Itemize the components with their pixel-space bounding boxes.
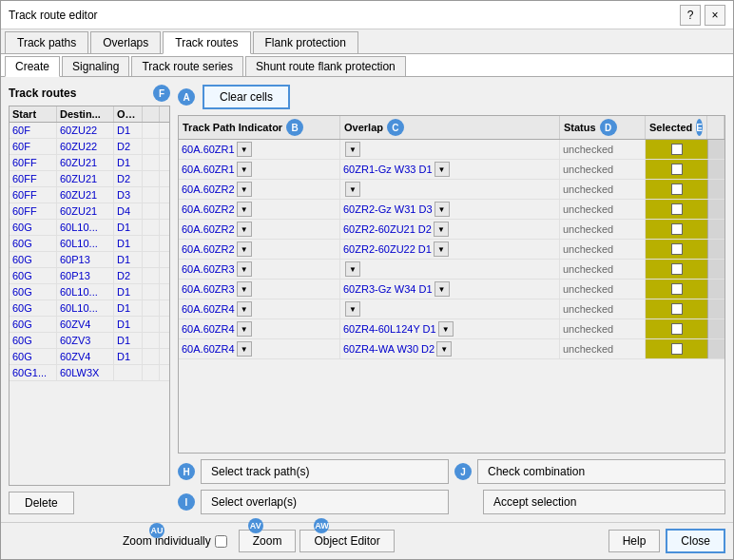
overlap-dropdown-arrow[interactable]: ▼ <box>434 241 449 257</box>
tab-track-route-series[interactable]: Track route series <box>131 56 243 76</box>
table-row[interactable]: 60A.60ZR2 ▼ 60ZR2-60ZU22 D1 ▼ unchecked <box>179 240 724 260</box>
tab-create[interactable]: Create <box>5 56 60 77</box>
table-row[interactable]: 60G 60L10... D1 <box>10 284 169 300</box>
table-row[interactable]: 60FF 60ZU21 D1 <box>10 155 169 171</box>
cell-selected[interactable] <box>646 339 707 358</box>
overlap-dropdown-arrow[interactable]: ▼ <box>345 261 360 277</box>
indicator-dropdown-arrow[interactable]: ▼ <box>237 341 252 357</box>
overlap-dropdown-arrow[interactable]: ▼ <box>438 321 454 337</box>
selected-checkbox[interactable] <box>671 263 683 275</box>
indicator-dropdown-arrow[interactable]: ▼ <box>237 261 252 277</box>
indicator-dropdown-arrow[interactable]: ▼ <box>237 182 252 197</box>
cell-extra <box>143 171 160 186</box>
table-row[interactable]: 60A.60ZR2 ▼ 60ZR2-60ZU21 D2 ▼ unchecked <box>179 220 724 240</box>
selected-checkbox[interactable] <box>671 164 683 175</box>
cell-selected[interactable] <box>646 299 707 319</box>
select-overlap-button[interactable]: Select overlap(s) <box>201 490 449 514</box>
cell-selected[interactable] <box>646 260 707 279</box>
selected-checkbox[interactable] <box>671 243 683 255</box>
tab-signaling[interactable]: Signaling <box>62 56 129 76</box>
cell-selected[interactable] <box>646 240 707 259</box>
table-row[interactable]: 60G 60ZV4 D1 <box>10 349 169 365</box>
table-row[interactable]: 60A.60ZR4 ▼ 60ZR4-WA W30 D2 ▼ unchecked <box>179 339 724 359</box>
cell-selected[interactable] <box>646 319 707 338</box>
cell-extra <box>143 268 160 283</box>
table-row[interactable]: 60G1... 60LW3X <box>10 365 169 381</box>
close-button[interactable]: Close <box>666 529 725 553</box>
delete-button[interactable]: Delete <box>9 492 74 514</box>
cell-selected[interactable] <box>646 180 707 199</box>
selected-checkbox[interactable] <box>671 283 683 295</box>
selected-checkbox[interactable] <box>671 323 683 335</box>
table-row[interactable]: 60G 60ZV3 D1 <box>10 333 169 349</box>
selected-checkbox[interactable] <box>671 303 683 315</box>
cell-selected[interactable] <box>646 140 707 159</box>
clear-cells-button[interactable]: Clear cells <box>203 85 290 109</box>
table-row[interactable]: 60G 60L10... D1 <box>10 236 169 252</box>
table-row[interactable]: 60F 60ZU22 D1 <box>10 123 169 139</box>
select-track-path-button[interactable]: Select track path(s) <box>201 459 449 484</box>
selected-checkbox[interactable] <box>671 223 683 235</box>
table-row[interactable]: 60A.60ZR4 ▼ 60ZR4-60L124Y D1 ▼ unchecked <box>179 319 724 339</box>
zoom-button[interactable]: Zoom <box>239 530 297 552</box>
cell-selected[interactable] <box>646 280 707 299</box>
table-row[interactable]: 60G 60P13 D2 <box>10 268 169 284</box>
cell-selected[interactable] <box>646 220 707 239</box>
indicator-dropdown-arrow[interactable]: ▼ <box>237 241 252 257</box>
cell-selected[interactable] <box>646 160 707 179</box>
overlap-dropdown-arrow[interactable]: ▼ <box>434 222 449 237</box>
indicator-dropdown-arrow[interactable]: ▼ <box>237 281 252 297</box>
table-row[interactable]: 60FF 60ZU21 D3 <box>10 187 169 203</box>
indicator-dropdown-arrow[interactable]: ▼ <box>237 321 252 337</box>
table-row[interactable]: 60FF 60ZU21 D2 <box>10 171 169 187</box>
indicator-dropdown-arrow[interactable]: ▼ <box>237 142 252 157</box>
table-row[interactable]: 60A.60ZR2 ▼ ▼ unchecked <box>179 180 724 200</box>
selected-checkbox[interactable] <box>671 183 683 195</box>
table-row[interactable]: 60F 60ZU22 D2 <box>10 139 169 155</box>
table-row[interactable]: 60FF 60ZU21 D4 <box>10 203 169 220</box>
main-table-body[interactable]: 60A.60ZR1 ▼ ▼ unchecked <box>179 140 724 453</box>
indicator-dropdown-arrow[interactable]: ▼ <box>237 162 252 177</box>
selected-checkbox[interactable] <box>671 203 683 215</box>
tab-track-routes[interactable]: Track routes <box>163 31 250 54</box>
table-row[interactable]: 60A.60ZR3 ▼ ▼ unchecked <box>179 260 724 280</box>
table-row[interactable]: 60G 60L10... D1 <box>10 220 169 236</box>
overlap-dropdown-arrow[interactable]: ▼ <box>436 341 452 357</box>
overlap-dropdown-arrow[interactable]: ▼ <box>435 162 450 177</box>
overlap-dropdown-arrow[interactable]: ▼ <box>345 142 360 157</box>
accept-selection-button[interactable]: Accept selection <box>483 490 725 514</box>
check-combination-button[interactable]: Check combination <box>477 459 725 484</box>
table-row[interactable]: 60A.60ZR1 ▼ ▼ unchecked <box>179 140 724 160</box>
cell-ov: D1 <box>114 155 143 170</box>
table-row[interactable]: 60A.60ZR3 ▼ 60ZR3-Gz W34 D1 ▼ unchecked <box>179 280 724 299</box>
overlap-dropdown-arrow[interactable]: ▼ <box>345 301 360 317</box>
help-button[interactable]: Help <box>608 530 661 552</box>
table-row[interactable]: 60A.60ZR4 ▼ ▼ unchecked <box>179 299 724 319</box>
table-row[interactable]: 60G 60ZV4 D1 <box>10 317 169 333</box>
table-row[interactable]: 60G 60P13 D1 <box>10 252 169 268</box>
close-title-button[interactable]: × <box>705 5 725 26</box>
table-row[interactable]: 60A.60ZR2 ▼ 60ZR2-Gz W31 D3 ▼ unchecked <box>179 200 724 220</box>
table-row[interactable]: 60G 60L10... D1 <box>10 300 169 317</box>
selected-checkbox[interactable] <box>671 144 683 155</box>
table-row[interactable]: 60A.60ZR1 ▼ 60ZR1-Gz W33 D1 ▼ unchecked <box>179 160 724 180</box>
indicator-dropdown-arrow[interactable]: ▼ <box>237 202 252 217</box>
indicator-dropdown-arrow[interactable]: ▼ <box>237 301 252 317</box>
tab-shunt-route-flank[interactable]: Shunt route flank protection <box>245 56 406 76</box>
window-title: Track route editor <box>9 9 98 22</box>
indicator-dropdown-arrow[interactable]: ▼ <box>237 222 252 237</box>
selected-checkbox[interactable] <box>671 343 683 355</box>
overlap-dropdown-arrow[interactable]: ▼ <box>435 281 450 297</box>
main-table-header: Track Path Indicator B Overlap C Status … <box>179 116 724 140</box>
overlap-dropdown-arrow[interactable]: ▼ <box>435 202 450 217</box>
tab-track-paths[interactable]: Track paths <box>5 31 88 53</box>
tab-flank-protection[interactable]: Flank protection <box>253 31 358 53</box>
overlap-dropdown-arrow[interactable]: ▼ <box>345 182 360 197</box>
left-table-body[interactable]: 60F 60ZU22 D1 60F 60ZU22 D2 60FF 60ZU21 <box>10 123 169 485</box>
help-title-button[interactable]: ? <box>680 5 701 26</box>
cell-selected[interactable] <box>646 200 707 219</box>
object-editor-button[interactable]: Object Editor <box>299 530 394 552</box>
tab-overlaps[interactable]: Overlaps <box>90 31 161 53</box>
cell-start: 60G <box>10 268 57 283</box>
zoom-individually-checkbox[interactable] <box>215 535 227 548</box>
